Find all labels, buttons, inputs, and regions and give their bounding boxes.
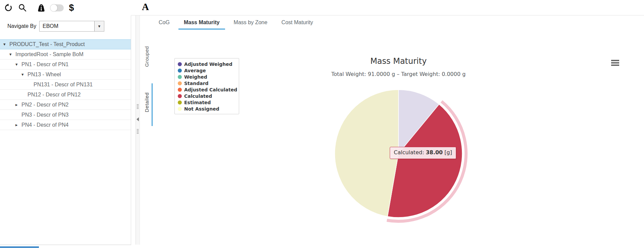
- tree-item[interactable]: PN131 - Descr of PN131: [0, 80, 131, 90]
- tree-item-label: PN13 - Wheel: [28, 70, 61, 80]
- tree-item-label: PN3 - Descr of PN3: [21, 110, 68, 120]
- navigate-by-value: EBOM: [43, 23, 58, 29]
- chart-title: Mass Maturity: [331, 56, 466, 66]
- legend-item[interactable]: Estimated: [178, 99, 236, 106]
- legend-label: Standard: [184, 81, 209, 86]
- tree-item[interactable]: ▾PRODUCT_Test - Test_Product: [0, 39, 131, 49]
- tooltip-value: 38.00: [426, 149, 443, 156]
- toggle-knob[interactable]: [50, 4, 57, 11]
- legend-dot-icon: [178, 107, 182, 111]
- tree-item[interactable]: ▾PN13 - Wheel: [0, 70, 131, 80]
- tree-item-label: PN12 - Descr of PN12: [28, 90, 80, 100]
- tab-cog[interactable]: CoG: [153, 15, 175, 30]
- legend-item[interactable]: Average: [178, 67, 236, 74]
- legend-label: Adjusted Calculated: [184, 87, 237, 92]
- legend-dot-icon: [178, 94, 182, 98]
- panel-toolbar: $: [0, 0, 131, 15]
- tab-cost-maturity[interactable]: Cost Maturity: [276, 15, 318, 30]
- legend-item[interactable]: Adjusted Weighed: [178, 61, 236, 67]
- legend-item[interactable]: Weighed: [178, 74, 236, 80]
- chart-subtitle: Total Weight: 91.0000 g – Target Weight:…: [298, 71, 499, 77]
- tree-item-label: PN1 - Descr of PN1: [21, 59, 68, 70]
- panel-bottom-divider: [0, 245, 131, 245]
- collapse-arrow-icon[interactable]: ▾: [9, 49, 15, 59]
- tab-mass-by-zone[interactable]: Mass by Zone: [228, 15, 273, 30]
- tab-mass-maturity[interactable]: Mass Maturity: [178, 15, 225, 30]
- chevron-down-icon: ▼: [98, 24, 101, 28]
- splitter-grip-icon[interactable]: [137, 128, 139, 136]
- legend-label: Adjusted Weighed: [184, 61, 232, 67]
- tab-bar: CoG Mass Maturity Mass by Zone Cost Matu…: [153, 15, 322, 30]
- expand-arrow-icon[interactable]: ▸: [15, 120, 21, 130]
- app-logo: A: [142, 1, 149, 12]
- active-side-tab-indicator: [152, 83, 153, 126]
- chart-tooltip: Calculated: 38.00 [g]: [390, 147, 456, 159]
- legend-item[interactable]: Adjusted Calculated: [178, 86, 236, 93]
- chart-legend: Adjusted WeighedAverageWeighedStandardAd…: [174, 58, 239, 114]
- splitter-grip-icon[interactable]: [137, 104, 139, 111]
- tree-item-label: PN2 - Descr of PN2: [21, 100, 68, 110]
- navigate-by-row: Navigate By EBOM ▼: [0, 19, 131, 34]
- legend-item[interactable]: Not Assigned: [178, 106, 236, 112]
- collapse-arrow-icon[interactable]: ▾: [3, 39, 9, 49]
- horizontal-scrollbar-thumb[interactable]: [0, 246, 39, 248]
- tooltip-unit: [g]: [444, 149, 452, 156]
- navigate-by-label: Navigate By: [7, 23, 36, 29]
- tree-item-label: PN131 - Descr of PN131: [34, 80, 93, 90]
- pie-slice-estimated[interactable]: [335, 90, 398, 216]
- toggle-track[interactable]: [50, 4, 64, 11]
- main-content: A CoG Mass Maturity Mass by Zone Cost Ma…: [140, 0, 644, 248]
- tree-item-label: PN4 - Descr of PN4: [21, 120, 68, 130]
- currency-dollar-icon[interactable]: $: [66, 3, 76, 13]
- side-tab-detailed[interactable]: Detailed: [144, 90, 150, 114]
- toggle-switch[interactable]: [50, 4, 64, 11]
- weight-icon[interactable]: [36, 3, 46, 13]
- tree-item-label: ImportedRoot - Sample BoM: [15, 49, 84, 59]
- tree-item[interactable]: ▸PN2 - Descr of PN2: [0, 100, 131, 110]
- collapse-arrow-icon[interactable]: ▾: [15, 59, 21, 70]
- legend-dot-icon: [178, 75, 182, 79]
- collapse-arrow-icon[interactable]: ▾: [21, 70, 28, 80]
- legend-label: Calculated: [184, 93, 212, 99]
- navigate-by-select[interactable]: EBOM ▼: [39, 21, 104, 32]
- search-icon[interactable]: [17, 3, 28, 13]
- legend-item[interactable]: Calculated: [178, 93, 236, 99]
- tree-item[interactable]: ▾ImportedRoot - Sample BoM: [0, 49, 131, 59]
- expand-arrow-icon[interactable]: ▸: [15, 100, 21, 110]
- legend-label: Not Assigned: [184, 106, 219, 112]
- tree-item[interactable]: PN12 - Descr of PN12: [0, 90, 131, 100]
- collapse-panel-arrow-icon[interactable]: [137, 117, 139, 121]
- select-dropdown-button[interactable]: ▼: [94, 21, 104, 31]
- legend-item[interactable]: Standard: [178, 80, 236, 86]
- side-tab-grouped[interactable]: Grouped: [144, 44, 150, 69]
- panel-right-border: [131, 15, 131, 245]
- legend-dot-icon: [178, 100, 182, 105]
- legend-dot-icon: [178, 69, 182, 73]
- refresh-icon[interactable]: [3, 3, 13, 13]
- legend-label: Estimated: [184, 100, 211, 105]
- legend-dot-icon: [178, 62, 182, 66]
- legend-label: Weighed: [184, 74, 207, 80]
- chart-menu-icon[interactable]: [611, 58, 621, 67]
- panel-splitter[interactable]: [136, 15, 140, 245]
- legend-dot-icon: [178, 88, 182, 92]
- legend-label: Average: [184, 68, 206, 73]
- bom-tree: ▾PRODUCT_Test - Test_Product▾ImportedRoo…: [0, 39, 131, 130]
- tree-item[interactable]: PN3 - Descr of PN3: [0, 110, 131, 120]
- bom-navigation-panel: $ Navigate By EBOM ▼ ▾PRODUCT_Test - Tes…: [0, 0, 131, 248]
- legend-dot-icon: [178, 81, 182, 85]
- tree-item[interactable]: ▸PN4 - Descr of PN4: [0, 120, 131, 130]
- tooltip-label: Calculated:: [394, 149, 424, 156]
- tree-item[interactable]: ▾PN1 - Descr of PN1: [0, 59, 131, 70]
- tree-item-label: PRODUCT_Test - Test_Product: [9, 39, 85, 49]
